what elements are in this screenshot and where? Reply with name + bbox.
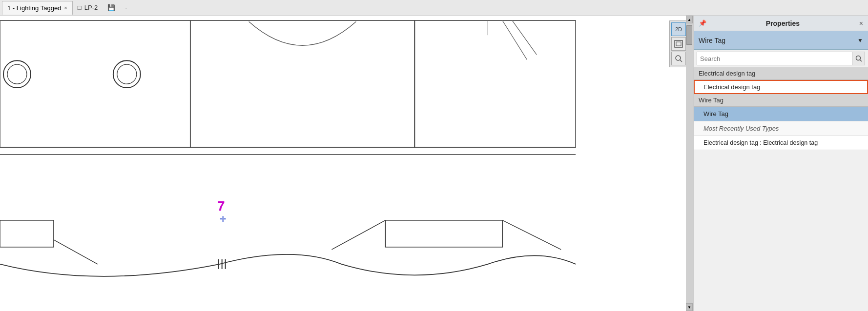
scrollbar-up-arrow[interactable]: ▲	[686, 16, 693, 23]
drawing-canvas	[0, 16, 693, 311]
svg-line-7	[502, 20, 527, 59]
toolbar-btn-zoom[interactable]	[671, 52, 686, 65]
tab-lighting-tagged[interactable]: 1 - Lighting Tagged ×	[2, 1, 73, 15]
svg-line-16	[502, 220, 561, 250]
svg-line-23	[680, 60, 682, 62]
wire-tag-dropdown-arrow[interactable]: ▼	[857, 37, 863, 44]
doc-icon: □	[78, 4, 82, 11]
view-icon	[674, 40, 683, 48]
svg-rect-21	[676, 42, 681, 46]
svg-point-24	[856, 56, 860, 60]
dropdown-list: Electrical design tag Electrical design …	[694, 67, 868, 311]
main-area: 7 ✛ 2D ▲ ▼	[0, 16, 868, 311]
title-bar: 1 - Lighting Tagged × □ LP-2 💾 -	[0, 0, 868, 16]
svg-rect-5	[190, 20, 415, 147]
svg-rect-12	[0, 220, 54, 247]
list-item-wire-tag[interactable]: Wire Tag	[694, 107, 868, 121]
properties-title: Properties	[766, 19, 800, 27]
search-icon-button[interactable]	[852, 52, 865, 65]
save-area[interactable]: 💾	[103, 2, 120, 13]
save-icon: 💾	[107, 4, 115, 11]
zoom-icon	[675, 55, 682, 62]
svg-point-2	[7, 64, 27, 84]
scrollbar-down-arrow[interactable]: ▼	[686, 303, 693, 311]
svg-point-4	[117, 64, 137, 84]
properties-close-icon[interactable]: ×	[859, 19, 863, 27]
doc-label: LP-2	[84, 4, 98, 11]
svg-line-15	[332, 220, 386, 250]
category-wire-tag: Wire Tag	[694, 94, 868, 107]
tab-close-icon[interactable]: ×	[64, 5, 67, 11]
tab-doc[interactable]: □ LP-2	[73, 2, 103, 13]
list-item-mru-electrical[interactable]: Electrical design tag : Electrical desig…	[694, 136, 868, 150]
wire-tag-bar[interactable]: Wire Tag ▼	[694, 31, 868, 50]
list-item-electrical-design-tag[interactable]: Electrical design tag	[694, 80, 868, 94]
canvas-area[interactable]: 7 ✛ 2D ▲ ▼	[0, 16, 693, 311]
svg-line-8	[512, 20, 537, 55]
canvas-scrollbar[interactable]: ▲ ▼	[686, 16, 693, 311]
properties-title-text: Properties	[766, 19, 800, 27]
wire-tag-label: Wire Tag	[699, 37, 855, 44]
toolbar-btn-view[interactable]	[671, 37, 686, 51]
svg-rect-14	[385, 220, 502, 247]
svg-rect-20	[675, 40, 682, 47]
search-bar[interactable]	[697, 52, 865, 65]
tab-label: 1 - Lighting Tagged	[7, 4, 61, 12]
category-electrical-design-tag: Electrical design tag	[694, 67, 868, 80]
canvas-annotation-number: 7	[217, 198, 225, 214]
properties-panel: 📌 Properties × Wire Tag ▼ E	[693, 16, 868, 311]
canvas-toolbar: 2D	[669, 20, 688, 67]
scrollbar-thumb[interactable]	[686, 25, 692, 45]
toolbar-btn-2d[interactable]: 2D	[671, 22, 686, 36]
svg-rect-0	[0, 20, 190, 147]
svg-line-25	[860, 60, 862, 62]
search-icon	[855, 55, 862, 62]
properties-pin-icon[interactable]: 📌	[699, 19, 706, 27]
title-bar-dash: -	[125, 4, 127, 11]
svg-line-13	[54, 240, 98, 264]
canvas-cursor: ✛	[220, 214, 226, 224]
svg-rect-6	[414, 20, 576, 147]
svg-point-22	[676, 56, 681, 60]
search-input[interactable]	[697, 55, 852, 62]
most-recently-used-header: Most Recently Used Types	[694, 121, 868, 136]
properties-header: 📌 Properties ×	[694, 16, 868, 31]
